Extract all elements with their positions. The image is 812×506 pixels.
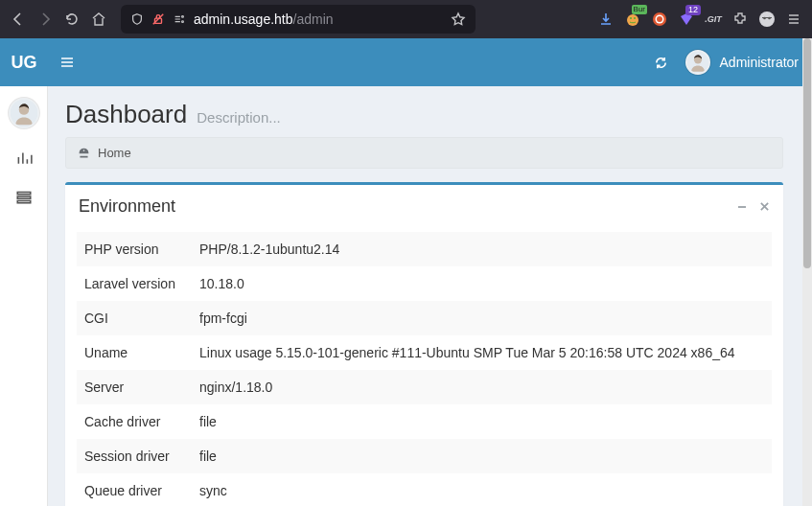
env-key: Server <box>77 370 192 404</box>
env-key: Queue driver <box>77 473 192 506</box>
svg-point-4 <box>627 14 638 26</box>
env-key: CGI <box>77 301 192 335</box>
app-menu-button[interactable] <box>785 11 802 28</box>
table-row: PHP versionPHP/8.1.2-1ubuntu2.14 <box>77 232 772 266</box>
svg-rect-19 <box>17 196 31 198</box>
extension-burp-icon[interactable]: Bur <box>624 11 641 28</box>
svg-point-9 <box>657 16 662 22</box>
forward-button[interactable] <box>36 11 54 28</box>
user-menu[interactable]: Administrator <box>685 50 799 75</box>
sidebar-toggle-button[interactable] <box>48 38 86 86</box>
table-row: Servernginx/1.18.0 <box>77 370 772 404</box>
env-key: Uname <box>77 335 192 370</box>
env-value: file <box>192 404 772 439</box>
bookmark-star-icon[interactable] <box>451 12 466 27</box>
env-value: Linux usage 5.15.0-101-generic #111-Ubun… <box>192 335 772 370</box>
url-text: admin.usage.htb/admin <box>194 12 443 27</box>
extensions-button[interactable] <box>731 11 749 28</box>
env-value: fpm-fcgi <box>192 301 772 335</box>
svg-point-6 <box>634 17 636 19</box>
page-description: Description... <box>197 109 281 126</box>
env-value: 10.18.0 <box>192 266 772 301</box>
breadcrumb-home[interactable]: Home <box>98 146 131 160</box>
refresh-button[interactable] <box>654 56 668 70</box>
dashboard-icon <box>78 147 90 159</box>
svg-rect-20 <box>17 201 31 203</box>
sidebar <box>0 86 48 506</box>
table-row: CGIfpm-fcgi <box>77 301 772 335</box>
table-row: UnameLinux usage 5.15.0-101-generic #111… <box>77 335 772 370</box>
breadcrumb: Home <box>65 137 783 169</box>
browser-toolbar: admin.usage.htb/admin Bur 12 .GIT <box>0 0 812 38</box>
user-name: Administrator <box>720 55 799 70</box>
table-row: Queue driversync <box>77 473 772 506</box>
svg-point-3 <box>182 21 184 23</box>
top-navbar: UG Administrator <box>0 38 812 86</box>
sidebar-avatar[interactable] <box>9 98 39 128</box>
content-area: Dashboard Description... Home Environmen… <box>48 86 802 506</box>
extension-burp-badge: Bur <box>632 5 647 14</box>
env-value: file <box>192 439 772 473</box>
panel-title: Environment <box>79 196 175 217</box>
user-avatar <box>685 50 710 75</box>
home-button[interactable] <box>90 11 107 28</box>
back-button[interactable] <box>10 11 27 28</box>
env-key: Laravel version <box>77 266 192 301</box>
env-value: PHP/8.1.2-1ubuntu2.14 <box>192 232 772 266</box>
environment-panel: Environment PHP versionPHP/8.1.2-1ubuntu… <box>65 182 783 506</box>
reload-button[interactable] <box>63 11 81 28</box>
extension-duckduckgo-icon[interactable] <box>651 11 668 28</box>
app-logo[interactable]: UG <box>0 38 48 86</box>
svg-rect-18 <box>17 193 31 195</box>
svg-point-5 <box>630 17 632 19</box>
page-title: Dashboard <box>65 100 187 129</box>
account-icon[interactable] <box>758 11 776 28</box>
download-icon[interactable] <box>597 11 615 28</box>
table-row: Cache driverfile <box>77 404 772 439</box>
extension-purple-badge: 12 <box>685 5 701 15</box>
table-row: Session driverfile <box>77 439 772 473</box>
env-key: Session driver <box>77 439 192 473</box>
svg-point-10 <box>759 12 775 27</box>
panel-close-button[interactable] <box>759 201 770 213</box>
env-value: nginx/1.18.0 <box>192 370 772 404</box>
env-key: PHP version <box>77 232 192 266</box>
sidebar-item-dashboard[interactable] <box>15 150 33 167</box>
extension-purple-icon[interactable]: 12 <box>678 11 695 28</box>
scrollbar[interactable] <box>802 38 812 506</box>
table-row: Laravel version10.18.0 <box>77 266 772 301</box>
svg-point-2 <box>182 16 184 18</box>
insecure-lock-icon <box>151 12 165 26</box>
permissions-icon <box>173 12 186 26</box>
env-key: Cache driver <box>77 404 192 439</box>
env-value: sync <box>192 473 772 506</box>
svg-rect-13 <box>762 17 772 18</box>
environment-table: PHP versionPHP/8.1.2-1ubuntu2.14Laravel … <box>77 232 772 506</box>
shield-icon <box>130 12 144 26</box>
panel-collapse-button[interactable] <box>736 201 748 213</box>
sidebar-item-admin[interactable] <box>15 188 33 205</box>
address-bar[interactable]: admin.usage.htb/admin <box>121 5 476 34</box>
extension-git-icon[interactable]: .GIT <box>705 11 722 28</box>
